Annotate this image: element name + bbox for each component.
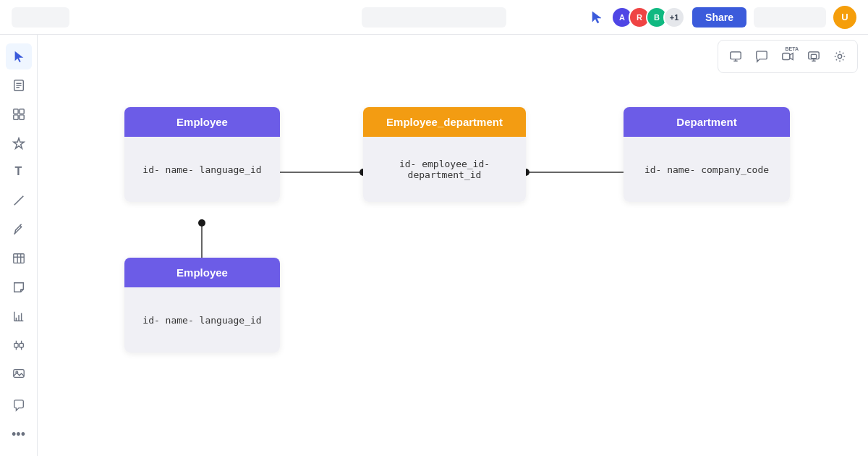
sidebar-chart-tool[interactable] <box>6 303 32 329</box>
entity-employee1[interactable]: Employee id- name- language_id <box>124 107 280 202</box>
chat-button[interactable] <box>750 45 773 68</box>
sidebar-image-tool[interactable] <box>6 360 32 387</box>
svg-rect-37 <box>13 370 23 378</box>
entity-employee2[interactable]: Employee id- name- language_id <box>124 258 280 352</box>
share-button[interactable]: Share <box>692 7 746 28</box>
topbar-center-pill[interactable] <box>362 7 506 28</box>
avatar-extra: +1 <box>663 7 685 28</box>
entity-department[interactable]: Department id- name- company_code <box>624 107 790 202</box>
beta-badge: BETA <box>785 46 799 51</box>
svg-point-44 <box>198 219 205 227</box>
sidebar-table-tool[interactable] <box>6 245 32 271</box>
settings-button[interactable] <box>828 45 851 68</box>
svg-rect-3 <box>783 54 790 60</box>
cursor-pointer-icon <box>590 10 604 25</box>
sidebar-line-tool[interactable] <box>6 187 32 214</box>
sidebar-plugin-tool[interactable] <box>6 332 32 358</box>
share-screen-button[interactable] <box>802 45 825 68</box>
sidebar-document-tool[interactable] <box>6 72 32 98</box>
user-avatar[interactable]: U <box>833 6 856 29</box>
topbar-left <box>12 7 69 28</box>
topbar-right: A R B +1 Share U <box>590 6 856 29</box>
sidebar-feedback-tool[interactable] <box>6 392 32 418</box>
entity-emp-dept-body: id- employee_id-department_id <box>363 137 526 202</box>
svg-line-17 <box>14 196 23 206</box>
sidebar-pen-tool[interactable] <box>6 216 32 242</box>
svg-rect-5 <box>811 54 816 58</box>
entity-department-header: Department <box>624 107 790 137</box>
sidebar-text-tool[interactable]: T <box>6 159 32 185</box>
sidebar-star-tool[interactable] <box>6 130 32 156</box>
svg-line-19 <box>14 233 14 234</box>
toolbar2: BETA <box>718 40 858 73</box>
svg-rect-16 <box>19 115 23 119</box>
entity-emp-dept-header: Employee_department <box>363 107 526 137</box>
topbar: A R B +1 Share U <box>0 0 868 35</box>
entity-department-body: id- name- company_code <box>624 137 790 202</box>
topbar-title[interactable] <box>12 7 69 28</box>
svg-line-18 <box>20 224 21 226</box>
sidebar-more-button[interactable]: ••• <box>6 421 32 447</box>
entity-employee2-header: Employee <box>124 258 280 287</box>
svg-point-8 <box>838 54 841 58</box>
svg-rect-14 <box>19 109 23 113</box>
sidebar-cursor-tool[interactable] <box>6 43 32 69</box>
topbar-center <box>362 7 506 28</box>
topbar-search[interactable] <box>754 7 826 28</box>
monitor-button[interactable] <box>724 45 747 68</box>
svg-rect-15 <box>13 115 17 119</box>
svg-rect-31 <box>14 343 17 347</box>
entity-employee2-body: id- name- language_id <box>124 287 280 352</box>
svg-rect-0 <box>731 52 741 59</box>
svg-rect-32 <box>19 343 22 347</box>
sidebar: T <box>0 35 38 456</box>
entity-employee1-body: id- name- language_id <box>124 137 280 202</box>
sidebar-shapes-tool[interactable] <box>6 101 32 127</box>
video-button[interactable]: BETA <box>776 45 799 68</box>
canvas[interactable]: Employee id- name- language_id Employee_… <box>38 35 868 456</box>
avatar-group: A R B +1 <box>611 7 685 28</box>
entity-emp-dept[interactable]: Employee_department id- employee_id-depa… <box>363 107 526 202</box>
entity-employee1-header: Employee <box>124 107 280 137</box>
svg-rect-13 <box>13 109 17 113</box>
svg-rect-20 <box>13 254 23 263</box>
sidebar-sticky-tool[interactable] <box>6 274 32 300</box>
